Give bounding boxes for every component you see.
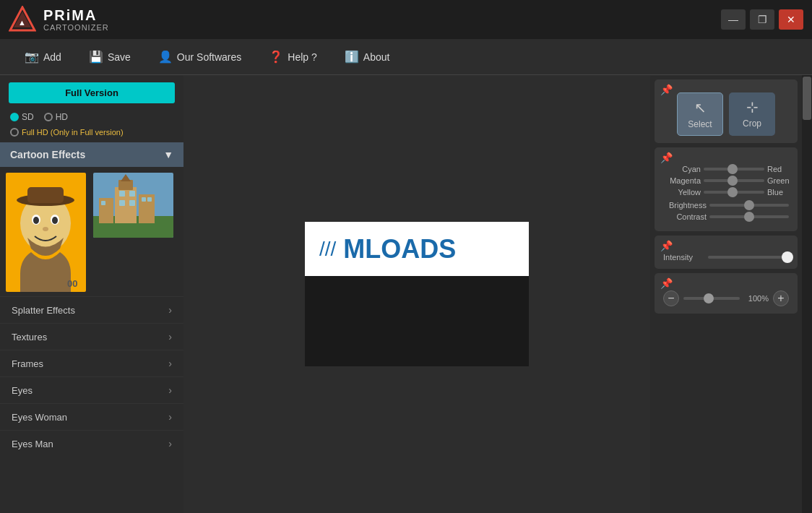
portrait-svg: 00 bbox=[6, 173, 86, 292]
sidebar-item-splatter[interactable]: Splatter Effects › bbox=[0, 296, 183, 323]
full-version-button[interactable]: Full Version bbox=[9, 82, 175, 103]
frames-arrow: › bbox=[168, 358, 172, 369]
close-button[interactable]: ✕ bbox=[779, 9, 803, 30]
minimize-button[interactable]: — bbox=[721, 9, 746, 30]
textures-label: Textures bbox=[12, 332, 47, 342]
crop-button[interactable]: ⊹ Crop bbox=[729, 92, 775, 136]
eyes-woman-arrow: › bbox=[168, 411, 172, 423]
about-icon: ℹ️ bbox=[345, 50, 359, 64]
outer-scroll-thumb[interactable] bbox=[803, 77, 811, 120]
magenta-green-row: Magenta Green bbox=[663, 176, 789, 185]
effect-building[interactable] bbox=[93, 173, 173, 238]
brightness-track[interactable] bbox=[709, 204, 789, 207]
hd-label: HD bbox=[56, 112, 68, 122]
zoom-pin: 📌 bbox=[660, 277, 673, 289]
fullhd-option[interactable]: Full HD (Only in Full version) bbox=[0, 128, 183, 141]
green-label: Green bbox=[767, 176, 789, 185]
crop-label: Crop bbox=[743, 118, 761, 129]
contrast-row: Contrast bbox=[663, 212, 789, 221]
magenta-slider-track[interactable] bbox=[704, 179, 764, 182]
cartoon-effects-label: Cartoon Effects bbox=[10, 149, 85, 160]
svg-text:00: 00 bbox=[67, 278, 77, 289]
color-adjust-card: 📌 Cyan Red Magenta bbox=[655, 147, 798, 231]
splatter-label: Splatter Effects bbox=[12, 305, 75, 316]
menu-add-label: Add bbox=[43, 51, 61, 63]
svg-rect-16 bbox=[118, 180, 133, 190]
intensity-track[interactable] bbox=[708, 256, 789, 259]
zoom-track[interactable] bbox=[683, 297, 740, 300]
hd-radio[interactable] bbox=[44, 113, 53, 121]
magenta-label: Magenta bbox=[663, 176, 701, 185]
menu-about[interactable]: ℹ️ About bbox=[334, 46, 400, 68]
fullhd-label: Full HD (Only in Full version) bbox=[22, 128, 124, 137]
add-icon: 📷 bbox=[25, 50, 39, 64]
brightness-row: Brightness bbox=[663, 201, 789, 210]
svg-rect-23 bbox=[142, 197, 146, 202]
sd-label: SD bbox=[22, 112, 34, 122]
yellow-label: Yellow bbox=[663, 188, 701, 197]
app-subtitle: CARTOONIZER bbox=[43, 23, 109, 32]
svg-rect-24 bbox=[147, 197, 152, 202]
main-content: Full Version SD HD Full HD (Only in Full… bbox=[0, 75, 812, 513]
sidebar-item-eyes-man[interactable]: Eyes Man › bbox=[0, 430, 183, 457]
canvas-area: /// MLOADS bbox=[183, 75, 650, 513]
svg-text:▲: ▲ bbox=[18, 18, 26, 27]
menu-add[interactable]: 📷 Add bbox=[14, 46, 72, 68]
save-icon: 💾 bbox=[89, 50, 103, 64]
eyes-label: Eyes bbox=[12, 385, 33, 396]
cartoon-effects-header[interactable]: Cartoon Effects ▼ bbox=[0, 142, 183, 167]
maximize-button[interactable]: ❐ bbox=[750, 9, 774, 30]
sidebar-item-frames[interactable]: Frames › bbox=[0, 350, 183, 376]
sd-radio[interactable] bbox=[10, 113, 19, 121]
zoom-in-button[interactable]: + bbox=[773, 290, 789, 306]
contrast-thumb[interactable] bbox=[744, 212, 754, 222]
svg-rect-18 bbox=[119, 191, 125, 197]
zoom-value: 100% bbox=[744, 294, 769, 303]
svg-point-11 bbox=[43, 227, 48, 231]
svg-rect-19 bbox=[129, 191, 135, 197]
canvas-logo-area: /// MLOADS bbox=[305, 222, 529, 276]
zoom-row: − 100% + bbox=[663, 280, 789, 306]
sidebar-item-eyes[interactable]: Eyes › bbox=[0, 376, 183, 403]
intensity-thumb[interactable] bbox=[782, 251, 793, 263]
intensity-card: 📌 Intensity bbox=[655, 236, 798, 269]
help-icon: ❓ bbox=[269, 50, 283, 64]
cyan-red-row: Cyan Red bbox=[663, 165, 789, 173]
logo-area: ▲ PRiMA CARTOONIZER bbox=[9, 6, 109, 33]
brightness-thumb[interactable] bbox=[744, 200, 754, 210]
outer-scrollbar[interactable] bbox=[802, 75, 812, 513]
hd-option[interactable]: HD bbox=[44, 112, 68, 122]
magenta-slider-thumb[interactable] bbox=[727, 176, 738, 186]
intensity-pin: 📌 bbox=[660, 240, 673, 251]
yellow-slider-thumb[interactable] bbox=[727, 187, 738, 197]
eyes-woman-label: Eyes Woman bbox=[12, 412, 67, 423]
cartoon-effects-chevron: ▼ bbox=[163, 149, 173, 160]
fullhd-radio[interactable] bbox=[10, 128, 19, 137]
select-crop-panel: ↖ Select ⊹ Crop bbox=[663, 87, 789, 136]
zoom-out-button[interactable]: − bbox=[663, 290, 679, 306]
outer-right: 📌 ↖ Select ⊹ Crop 📌 bbox=[650, 75, 812, 513]
eyes-arrow: › bbox=[168, 384, 172, 396]
svg-rect-21 bbox=[129, 200, 135, 206]
sidebar-item-textures[interactable]: Textures › bbox=[0, 323, 183, 350]
app-title: PRiMA bbox=[43, 7, 109, 23]
effect-portrait[interactable]: 00 bbox=[6, 173, 86, 292]
menu-save[interactable]: 💾 Save bbox=[79, 46, 141, 68]
menu-our-softwares[interactable]: 👤 Our Softwares bbox=[148, 46, 251, 68]
cyan-slider-track[interactable] bbox=[704, 168, 764, 171]
yellow-slider-track[interactable] bbox=[704, 191, 764, 194]
sidebar-item-eyes-woman[interactable]: Eyes Woman › bbox=[0, 403, 183, 430]
zoom-thumb[interactable] bbox=[704, 293, 714, 303]
right-panel: 📌 ↖ Select ⊹ Crop 📌 bbox=[650, 75, 802, 513]
select-button[interactable]: ↖ Select bbox=[677, 92, 723, 136]
contrast-track[interactable] bbox=[709, 215, 789, 218]
svg-rect-6 bbox=[27, 187, 64, 203]
menu-help-label: Help ? bbox=[288, 51, 316, 63]
fullhd-radio-option[interactable]: Full HD (Only in Full version) bbox=[10, 128, 173, 137]
menu-help[interactable]: ❓ Help ? bbox=[259, 46, 327, 68]
cyan-slider-thumb[interactable] bbox=[727, 164, 738, 174]
canvas-content: /// MLOADS bbox=[305, 222, 529, 366]
sd-option[interactable]: SD bbox=[10, 112, 34, 122]
select-icon: ↖ bbox=[694, 99, 707, 116]
menu-bar: 📷 Add 💾 Save 👤 Our Softwares ❓ Help ? ℹ️… bbox=[0, 39, 812, 75]
